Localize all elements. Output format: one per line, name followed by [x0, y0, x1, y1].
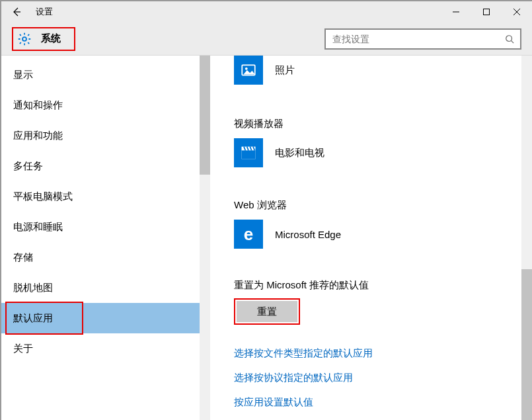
sidebar-item-tablet-mode[interactable]: 平板电脑模式 — [1, 181, 210, 212]
arrow-left-icon — [11, 7, 22, 17]
sidebar-item-about[interactable]: 关于 — [1, 333, 210, 364]
svg-point-5 — [22, 37, 26, 41]
header-row: 系统 — [1, 22, 532, 56]
sidebar-item-label: 关于 — [13, 343, 33, 355]
sidebar-item-multitasking[interactable]: 多任务 — [1, 151, 210, 181]
link-protocol-defaults[interactable]: 选择按协议指定的默认应用 — [234, 372, 532, 384]
links-section: 选择按文件类型指定的默认应用 选择按协议指定的默认应用 按应用设置默认值 — [234, 347, 532, 409]
default-app-browser[interactable]: e Microsoft Edge — [234, 220, 532, 249]
sidebar-item-label: 存储 — [13, 251, 33, 264]
svg-point-9 — [245, 67, 248, 70]
default-app-video[interactable]: 电影和电视 — [234, 138, 532, 167]
link-app-defaults[interactable]: 按应用设置默认值 — [234, 396, 532, 409]
window-controls — [441, 1, 532, 22]
search-box[interactable] — [324, 28, 521, 50]
edge-icon: e — [234, 220, 263, 249]
content-scrollbar[interactable] — [521, 56, 532, 420]
gear-icon — [17, 32, 32, 46]
system-header[interactable]: 系统 — [12, 27, 75, 51]
app-name-label: 照片 — [275, 64, 295, 77]
sidebar-item-default-apps[interactable]: 默认应用 — [1, 303, 210, 333]
sidebar-item-label: 默认应用 — [13, 312, 53, 325]
content: 照片 视频播放器 电影和电视 Web 浏览器 e — [210, 56, 532, 420]
close-button[interactable] — [502, 1, 532, 22]
reset-button[interactable]: 重置 — [237, 301, 297, 322]
title-bar: 设置 — [1, 1, 532, 22]
app-name-label: 电影和电视 — [275, 147, 324, 159]
sidebar-item-power-sleep[interactable]: 电源和睡眠 — [1, 212, 210, 242]
reset-highlight: 重置 — [234, 298, 300, 325]
sidebar-scrollbar-thumb[interactable] — [200, 56, 210, 175]
sidebar-item-display[interactable]: 显示 — [1, 60, 210, 90]
sidebar-item-label: 多任务 — [13, 160, 43, 173]
section-heading-browser: Web 浏览器 — [234, 199, 532, 212]
sidebar-scrollbar[interactable] — [200, 56, 210, 420]
sidebar-item-label: 应用和功能 — [13, 130, 63, 142]
sidebar-item-label: 电源和睡眠 — [13, 221, 63, 233]
sidebar-item-label: 通知和操作 — [13, 99, 63, 112]
maximize-button[interactable] — [471, 1, 502, 22]
svg-rect-16 — [243, 151, 255, 159]
search-input[interactable] — [326, 34, 499, 44]
window-title: 设置 — [36, 6, 53, 18]
system-header-label: 系统 — [41, 32, 61, 45]
section-heading-video: 视频播放器 — [234, 118, 532, 130]
back-button[interactable] — [1, 1, 32, 22]
sidebar-item-label: 平板电脑模式 — [13, 190, 73, 203]
reset-heading: 重置为 Microsoft 推荐的默认值 — [234, 279, 532, 292]
content-scrollbar-thumb[interactable] — [521, 269, 532, 420]
svg-point-6 — [506, 35, 512, 41]
default-app-photos[interactable]: 照片 — [234, 56, 532, 85]
search-icon — [499, 34, 520, 44]
svg-rect-2 — [484, 9, 490, 15]
minimize-button[interactable] — [441, 1, 471, 22]
app-name-label: Microsoft Edge — [275, 229, 341, 240]
sidebar: 显示 通知和操作 应用和功能 多任务 平板电脑模式 电源和睡眠 存储 脱机地图 … — [1, 56, 210, 420]
body: 显示 通知和操作 应用和功能 多任务 平板电脑模式 电源和睡眠 存储 脱机地图 … — [1, 56, 532, 420]
sidebar-item-apps-features[interactable]: 应用和功能 — [1, 120, 210, 151]
photos-icon — [234, 56, 263, 85]
movies-icon — [234, 138, 263, 167]
link-filetype-defaults[interactable]: 选择按文件类型指定的默认应用 — [234, 347, 532, 360]
sidebar-item-notifications[interactable]: 通知和操作 — [1, 90, 210, 120]
svg-line-7 — [512, 40, 514, 43]
sidebar-item-offline-maps[interactable]: 脱机地图 — [1, 273, 210, 303]
sidebar-item-label: 脱机地图 — [13, 282, 53, 294]
sidebar-item-label: 显示 — [13, 69, 33, 81]
sidebar-item-storage[interactable]: 存储 — [1, 242, 210, 273]
